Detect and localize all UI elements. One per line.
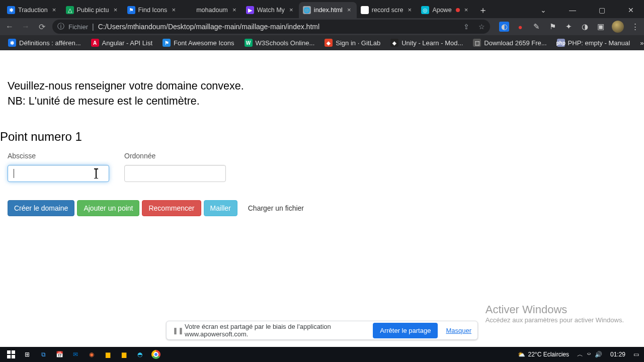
browser-tab[interactable]: ✱Traduction× [3,2,62,18]
intro-line: Veuillez-nous renseigner votre domaine c… [8,78,644,94]
mesh-button[interactable]: Mailler [204,200,237,216]
extension-icon[interactable]: ● [515,22,525,32]
weather-widget[interactable]: ⛅ 22°C Eclaircies [518,351,570,358]
tab-title: Apowe [432,7,451,14]
close-window-button[interactable]: ✕ [621,6,641,14]
maximize-button[interactable]: ▢ [592,6,612,14]
watermark-subtitle: Accédez aux paramètres pour activer Wind… [486,316,624,324]
mail-icon[interactable]: ✉ [67,347,84,362]
action-buttons: Créer le domaine Ajouter un point Recomm… [8,200,644,216]
kebab-menu-icon[interactable]: ⋮ [630,22,640,32]
bookmark-item[interactable]: ◆Sign in · GitLab [320,37,384,48]
bookmark-item[interactable]: ⬚Download 2659 Fre... [469,37,550,48]
browser-tab[interactable]: ▶Watch My× [242,2,299,18]
extension-icon[interactable]: ◑ [580,22,590,32]
svg-rect-1 [12,350,15,354]
tab-title: Public pictu [77,7,109,14]
ordonnee-label: Ordonnée [124,152,226,160]
bookmark-favicon-icon: ◈ [390,39,398,47]
explorer-icon[interactable]: ▆ [100,347,116,362]
side-panel-icon[interactable]: ▣ [596,22,606,32]
bookmark-item[interactable]: ⚑Font Awesome Icons [158,37,238,48]
stop-sharing-button[interactable]: Arrêter le partage [373,323,438,338]
chevron-down-icon[interactable]: ⌄ [533,6,553,14]
browser-tab[interactable]: △Public pictu× [62,2,123,18]
explorer2-icon[interactable]: ▆ [116,347,132,362]
bookmark-item[interactable]: ◈Unity - Learn - Mod... [386,37,467,48]
close-tab-icon[interactable]: × [463,7,470,14]
browser-tab[interactable]: mohadoum× [181,2,242,18]
tray-chevron-icon[interactable]: ︿ [577,350,583,359]
svg-rect-3 [12,355,15,358]
tab-title: Find Icons [138,7,168,14]
tab-favicon-icon: 🌐 [303,6,311,14]
extensions-menu-icon[interactable]: ✦ [564,22,574,32]
browser-tab[interactable]: ◎Apowe× [417,2,473,18]
create-domain-button[interactable]: Créer le domaine [8,200,74,216]
bookmark-label: Définitions : afféren... [19,39,81,47]
abscisse-input[interactable] [8,165,109,182]
bookmark-label: Download 2659 Fre... [484,39,546,47]
back-button[interactable]: ← [4,21,15,32]
svg-rect-2 [7,355,11,358]
clock[interactable]: 01:29 [606,351,629,358]
close-tab-icon[interactable]: × [288,7,295,14]
minimize-button[interactable]: ― [562,6,583,14]
chrome-icon[interactable] [148,347,164,362]
bookmarks-overflow[interactable]: » [636,39,644,47]
tab-title: Watch My [257,7,285,14]
tab-favicon-icon: ◎ [421,6,429,14]
vscode-icon[interactable]: ⧉ [35,347,51,362]
browser-tab[interactable]: 🌐index.html× [299,2,357,18]
load-file-link[interactable]: Charger un fichier [248,204,304,212]
forward-button[interactable]: → [20,21,31,32]
tab-title: Traduction [18,7,48,14]
coord-fields: Abscisse Ordonnée [8,152,644,182]
extension-icon[interactable]: ✎ [531,22,541,32]
extension-icon[interactable]: ◐ [499,22,509,32]
profile-avatar[interactable] [612,21,624,33]
browser-tab[interactable]: Grecord scre× [357,2,418,18]
bookmark-favicon-icon: W [245,39,253,47]
extension-icon[interactable]: ⚑ [547,22,557,32]
close-tab-icon[interactable]: × [346,7,353,14]
page-content: Veuillez-nous renseigner votre domaine c… [0,50,644,216]
hide-sharebar-link[interactable]: Masquer [446,327,471,334]
task-view-icon[interactable]: ⊞ [19,347,35,362]
close-tab-icon[interactable]: × [112,7,119,14]
wifi-icon[interactable]: ⌔ [587,351,591,358]
weather-text: 22°C Eclaircies [528,351,570,358]
url-input[interactable]: ⓘ Fichier | C:/Users/mthiandoum/Desktop/… [52,20,490,34]
browser-chrome: ✱Traduction×△Public pictu×⚑Find Icons×mo… [0,0,644,50]
new-tab-button[interactable]: ＋ [476,3,490,17]
point-heading: Point numero 1 [0,130,644,144]
bookmark-item[interactable]: phpPHP: empty - Manual [553,37,634,48]
bookmark-item[interactable]: ✱Définitions : afféren... [4,37,85,48]
bookmark-label: Unity - Learn - Mod... [401,39,463,47]
close-tab-icon[interactable]: × [170,7,177,14]
bookmark-item[interactable]: WW3Schools Online... [240,37,319,48]
text-caret [14,169,14,178]
close-tab-icon[interactable]: × [406,7,413,14]
reset-button[interactable]: Recommencer [142,200,201,216]
address-bar: ← → ⟳ ⓘ Fichier | C:/Users/mthiandoum/De… [0,18,644,35]
calendar-icon[interactable]: 📅 [51,347,67,362]
reload-button[interactable]: ⟳ [36,21,47,32]
close-tab-icon[interactable]: × [231,7,238,14]
star-icon[interactable]: ☆ [478,23,485,31]
edge-icon[interactable]: ◓ [132,347,148,362]
add-point-button[interactable]: Ajouter un point [77,200,139,216]
notifications-icon[interactable]: ▭ [633,351,639,358]
firefox-icon[interactable]: ◉ [84,347,100,362]
share-icon[interactable]: ⇪ [463,23,469,31]
bookmark-label: Font Awesome Icons [174,39,234,47]
close-tab-icon[interactable]: × [51,7,58,14]
browser-tab[interactable]: ⚑Find Icons× [123,2,182,18]
abscisse-label: Abscisse [8,152,109,160]
abscisse-group: Abscisse [8,152,109,182]
ordonnee-input[interactable] [124,165,226,182]
volume-icon[interactable]: 🔊 [595,351,602,358]
bookmark-label: W3Schools Online... [256,39,315,47]
bookmark-item[interactable]: AAngular - API List [87,37,156,48]
start-button[interactable] [3,347,19,362]
